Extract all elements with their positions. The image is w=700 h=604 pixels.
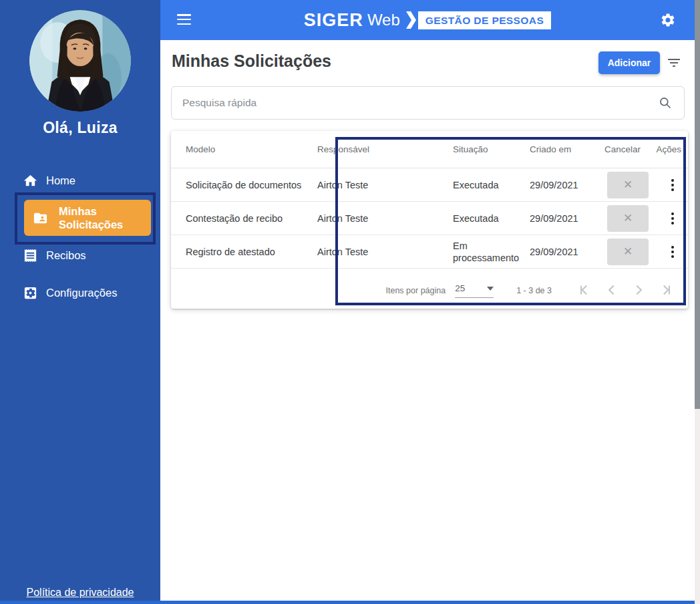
row-actions-menu-icon[interactable]: [669, 174, 681, 196]
cell-criado-em: 29/09/2021: [530, 180, 604, 190]
table-row: Contestação de recibo Airton Teste Execu…: [171, 202, 688, 235]
receipt-icon: [23, 248, 38, 263]
cell-responsavel: Airton Teste: [317, 247, 453, 257]
cancel-button[interactable]: ✕: [607, 205, 649, 232]
sidebar-item-minhas-solicitacoes[interactable]: Minhas Solicitações: [24, 200, 151, 236]
avatar-photo: [29, 10, 131, 112]
sidebar: Olá, Luiza Home Minhas Solicitações Reci…: [0, 0, 160, 604]
next-page-icon[interactable]: [625, 277, 652, 304]
user-greeting: Olá, Luiza: [0, 119, 160, 137]
items-per-page-select[interactable]: 25: [455, 283, 494, 298]
sidebar-item-home[interactable]: Home: [23, 170, 75, 191]
sidebar-item-label: Recibos: [46, 249, 86, 262]
home-icon: [23, 173, 38, 188]
app-logo: SIGER Web GESTÃO DE PESSOAS: [160, 0, 695, 40]
row-actions-menu-icon[interactable]: [669, 207, 681, 230]
settings-applications-icon: [23, 285, 38, 301]
filter-list-icon[interactable]: [666, 55, 682, 71]
cell-criado-em: 29/09/2021: [530, 213, 604, 224]
column-header-responsavel: Responsável: [317, 144, 453, 154]
cell-situacao: Executada: [453, 212, 530, 224]
cell-situacao: Em processamento: [453, 240, 530, 264]
table-row: Registro de atestado Airton Teste Em pro…: [171, 235, 688, 269]
privacy-policy-link[interactable]: Política de privacidade: [0, 587, 160, 599]
scrollbar-track[interactable]: [695, 0, 700, 604]
topbar: SIGER Web GESTÃO DE PESSOAS: [160, 0, 695, 40]
cell-responsavel: Airton Teste: [317, 180, 453, 190]
requests-table: Modelo Responsável Situação Criado em Ca…: [171, 131, 688, 269]
cell-responsavel: Airton Teste: [317, 213, 453, 224]
scrollbar-thumb[interactable]: [695, 0, 700, 409]
avatar: [29, 10, 131, 112]
sidebar-item-configuracoes[interactable]: Configurações: [23, 282, 117, 303]
bottom-accent-strip: [0, 601, 695, 604]
cell-situacao: Executada: [453, 179, 530, 191]
sidebar-item-label: Home: [46, 174, 75, 187]
table-header-row: Modelo Responsável Situação Criado em Ca…: [171, 131, 688, 168]
column-header-cancelar: Cancelar: [604, 144, 651, 154]
logo-primary-text: SIGER: [304, 10, 363, 31]
row-actions-menu-icon[interactable]: [669, 241, 681, 263]
cancel-button[interactable]: ✕: [607, 172, 649, 198]
badge-chevron-icon: [406, 11, 416, 29]
last-page-icon[interactable]: [652, 277, 679, 304]
cell-criado-em: 29/09/2021: [530, 247, 604, 257]
table-row: Solicitação de documentos Airton Teste E…: [171, 168, 688, 202]
items-per-page-label: Itens por página: [386, 286, 446, 295]
column-header-acoes: Ações: [656, 144, 681, 154]
settings-gear-icon[interactable]: [660, 12, 676, 28]
cell-modelo: Solicitação de documentos: [186, 180, 317, 190]
search-bar: [171, 86, 685, 120]
add-button[interactable]: Adicionar: [598, 51, 660, 74]
page-range-label: 1 - 3 de 3: [516, 286, 552, 295]
sidebar-item-label: Configurações: [46, 287, 117, 299]
items-per-page-value: 25: [455, 283, 465, 293]
search-icon[interactable]: [659, 96, 672, 110]
chevron-down-icon: [487, 287, 494, 291]
column-header-modelo: Modelo: [186, 144, 317, 154]
first-page-icon[interactable]: [572, 277, 598, 304]
paginator: Itens por página 25 1 - 3 de 3: [171, 273, 688, 309]
logo-badge: GESTÃO DE PESSOAS: [418, 11, 551, 29]
requests-table-card: Modelo Responsável Situação Criado em Ca…: [171, 131, 688, 309]
page-title: Minhas Solicitações: [172, 51, 331, 71]
search-input[interactable]: [172, 97, 659, 109]
sidebar-item-recibos[interactable]: Recibos: [23, 245, 86, 266]
app-window: Olá, Luiza Home Minhas Solicitações Reci…: [0, 0, 700, 604]
cell-modelo: Contestação de recibo: [186, 213, 317, 224]
cell-modelo: Registro de atestado: [186, 247, 317, 257]
prev-page-icon[interactable]: [598, 277, 625, 304]
cancel-button[interactable]: ✕: [607, 239, 649, 265]
column-header-situacao: Situação: [453, 144, 530, 154]
logo-secondary-text: Web: [367, 11, 400, 29]
folder-shared-icon: [33, 210, 48, 226]
column-header-criado-em: Criado em: [530, 144, 604, 154]
sidebar-item-label: Minhas Solicitações: [59, 204, 139, 231]
main-content: Minhas Solicitações Adicionar Modelo Res…: [160, 40, 695, 600]
